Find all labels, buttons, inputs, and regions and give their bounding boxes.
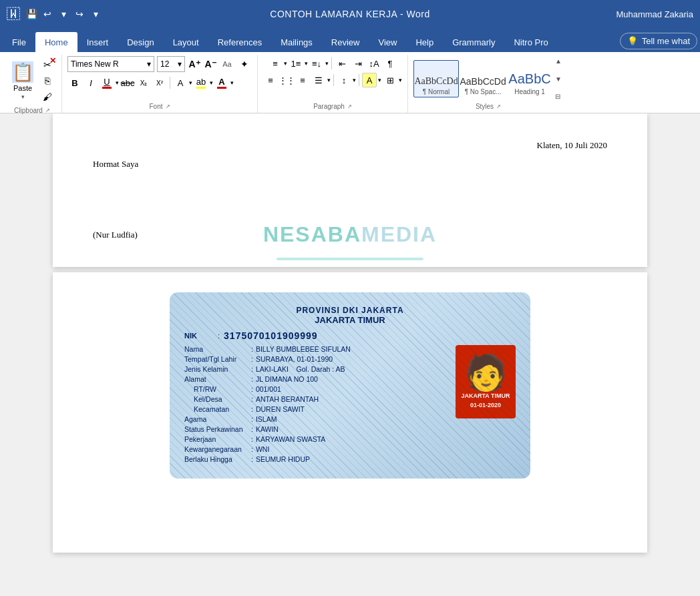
multilevel-dropdown[interactable]: ▾ (325, 60, 329, 67)
style-no-spacing[interactable]: AaBbCcDd ¶ No Spac... (460, 60, 506, 97)
shading-button[interactable]: A (362, 73, 377, 87)
bold-button[interactable]: B (67, 75, 82, 90)
line-spacing-button[interactable]: ↕ (337, 73, 351, 87)
ktp-field-pekerjaan: Pekerjaan : KARYAWAN SWASTA (184, 435, 448, 443)
align-left-button[interactable]: ≡ (263, 73, 278, 87)
align-right-button[interactable]: ≡ (295, 73, 310, 87)
paragraph-expand-icon[interactable]: ↗ (347, 103, 352, 109)
shading-dropdown[interactable]: ▾ (378, 77, 381, 83)
bullets-dropdown[interactable]: ▾ (284, 60, 287, 67)
tab-layout[interactable]: Layout (164, 32, 208, 52)
borders-dropdown[interactable]: ▾ (399, 77, 402, 83)
multilevel-list-button[interactable]: ≡↓ (309, 56, 324, 71)
borders-button[interactable]: ⊞ (383, 73, 397, 87)
style-nospace-preview: AaBbCcDd (460, 76, 506, 87)
decrease-indent-button[interactable]: ⇤ (335, 56, 349, 71)
tab-design[interactable]: Design (118, 32, 163, 52)
font-expand-icon[interactable]: ↗ (166, 103, 170, 109)
ktp-province: PROVINSI DKI JAKARTA (184, 306, 516, 315)
underline-button[interactable]: U (100, 75, 114, 90)
tab-home[interactable]: Home (35, 32, 77, 52)
align-center-button[interactable]: ⋮⋮ (279, 73, 294, 87)
tab-grammarly[interactable]: Grammarly (443, 32, 504, 52)
text-effects-button[interactable]: A (173, 75, 188, 90)
ktp-field-kecamatan: Kecamatan : DUREN SAWIT (184, 405, 448, 413)
styles-expand-icon[interactable]: ↗ (496, 103, 501, 109)
font-name-selector[interactable]: Times New R ▾ (67, 56, 154, 72)
ktp-nik-colon: : (218, 332, 220, 340)
font-name-chevron: ▾ (147, 59, 151, 69)
tab-review[interactable]: Review (322, 32, 369, 52)
tab-file[interactable]: File (3, 32, 35, 52)
font-group: Times New R ▾ 12 ▾ A⁺ A⁻ Aa ✦ B I U (62, 55, 258, 113)
tab-references[interactable]: References (208, 32, 271, 52)
undo-icon[interactable]: ↩ (41, 8, 53, 20)
underline-dropdown[interactable]: ▾ (116, 79, 119, 86)
style-heading1[interactable]: AaBbC Heading 1 (507, 60, 552, 97)
change-case-button[interactable]: Aa (220, 57, 234, 71)
tab-nitro-pro[interactable]: Nitro Pro (504, 32, 557, 52)
show-formatting-button[interactable]: ¶ (383, 56, 397, 71)
styles-gallery: AaBbCcDd ¶ Normal AaBbCcDd ¶ No Spac... … (413, 60, 552, 97)
clipboard-buttons: 📋 Paste ▾ ✂ ✕ ⎘ 🖌 (8, 56, 56, 105)
tell-me-search[interactable]: 💡 Tell me what (620, 33, 697, 49)
clear-formatting-button[interactable]: ✦ (237, 57, 252, 71)
increase-indent-button[interactable]: ⇥ (351, 56, 365, 71)
ktp-field-alamat: Alamat : JL DIMANA NO 100 (184, 375, 448, 383)
tab-view[interactable]: View (369, 32, 406, 52)
highlight-dropdown[interactable]: ▾ (210, 79, 213, 86)
paragraph-group: ≡ ▾ 1≡ ▾ ≡↓ ▾ ⇤ ⇥ ↕A ¶ ≡ ⋮⋮ ≡ ☰ ▾ ↕ ▾ (258, 55, 408, 113)
format-painter-button[interactable]: 🖌 (40, 89, 55, 104)
numbering-button[interactable]: 1≡ (289, 56, 303, 71)
customize-quick-access-icon[interactable]: ▾ (90, 8, 102, 20)
font-increase-button[interactable]: A⁺ (188, 57, 201, 71)
clipboard-group: 📋 Paste ▾ ✂ ✕ ⎘ 🖌 Clipboard ↗ (3, 55, 62, 113)
styles-more[interactable]: ⊟ (554, 91, 563, 101)
style-normal[interactable]: AaBbCcDd ¶ Normal (413, 60, 459, 97)
document-title: CONTOH LAMARAN KERJA - Word (270, 9, 429, 19)
redo-icon[interactable]: ↪ (73, 8, 85, 20)
italic-button[interactable]: I (83, 75, 98, 90)
ktp-fields: Nama : BILLY BUMBLEBEE SIFULAN Tempat/Tg… (184, 345, 448, 465)
tab-help[interactable]: Help (406, 32, 443, 52)
tell-me-text: Tell me what (642, 36, 690, 46)
font-selectors-row: Times New R ▾ 12 ▾ A⁺ A⁻ Aa ✦ (67, 56, 252, 72)
text-effects-dropdown[interactable]: ▾ (189, 79, 192, 86)
styles-scroll-down[interactable]: ▼ (554, 74, 563, 84)
superscript-button[interactable]: X² (152, 75, 167, 90)
bullets-button[interactable]: ≡ (268, 56, 283, 71)
save-icon[interactable]: 💾 (25, 8, 37, 20)
paragraph-controls: ≡ ▾ 1≡ ▾ ≡↓ ▾ ⇤ ⇥ ↕A ¶ ≡ ⋮⋮ ≡ ☰ ▾ ↕ ▾ (263, 56, 402, 101)
ktp-field-berlaku: Berlaku Hingga : SEUMUR HIDUP (184, 455, 448, 463)
line-spacing-dropdown[interactable]: ▾ (353, 77, 356, 83)
font-size-selector[interactable]: 12 ▾ (157, 56, 185, 72)
alignment-dropdown[interactable]: ▾ (327, 77, 331, 83)
subscript-button[interactable]: X₂ (136, 75, 151, 90)
paste-button[interactable]: 📋 Paste ▾ (8, 56, 37, 105)
font-name-value: Times New R (71, 59, 119, 69)
clipboard-expand-icon[interactable]: ↗ (45, 107, 50, 113)
font-color-button[interactable]: A (214, 75, 229, 90)
tab-mailings[interactable]: Mailings (271, 32, 322, 52)
font-color-dropdown[interactable]: ▾ (230, 79, 234, 86)
style-h1-label: Heading 1 (514, 88, 545, 95)
styles-scroll-up[interactable]: ▲ (554, 56, 563, 66)
tab-insert[interactable]: Insert (77, 32, 118, 52)
clipboard-group-label: Clipboard ↗ (8, 105, 56, 115)
numbering-dropdown[interactable]: ▾ (305, 60, 308, 67)
sort-button[interactable]: ↕A (367, 56, 381, 71)
undo-dropdown-icon[interactable]: ▾ (57, 8, 69, 20)
cut-x-icon: ✕ (49, 56, 56, 65)
highlight-color-button[interactable]: ab (194, 75, 208, 90)
ktp-header: PROVINSI DKI JAKARTA JAKARTA TIMUR (184, 306, 516, 325)
copy-button[interactable]: ⎘ (40, 73, 55, 88)
para-sep-2 (333, 74, 334, 86)
font-decrease-button[interactable]: A⁻ (204, 57, 217, 71)
cut-button[interactable]: ✂ ✕ (40, 57, 55, 72)
para-sep-1 (331, 57, 332, 69)
justify-button[interactable]: ☰ (311, 73, 326, 87)
paragraph-row-2: ≡ ⋮⋮ ≡ ☰ ▾ ↕ ▾ A ▾ ⊞ ▾ (263, 73, 402, 87)
paste-label: Paste (13, 84, 32, 92)
strikethrough-button[interactable]: abc (120, 75, 135, 90)
paragraph-group-label: Paragraph ↗ (263, 101, 402, 111)
